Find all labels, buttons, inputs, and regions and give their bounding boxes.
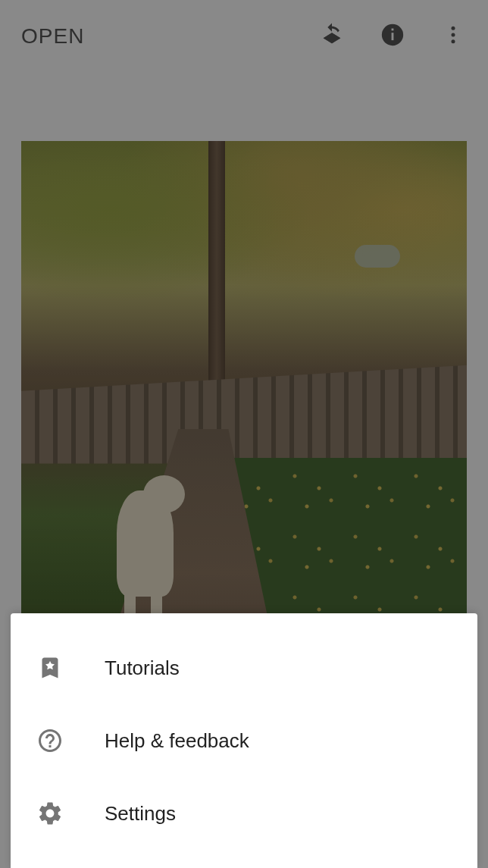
star-bookmark-icon: [35, 653, 65, 683]
menu-item-help-feedback[interactable]: Help & feedback: [11, 704, 477, 777]
svg-rect-6: [49, 745, 52, 747]
menu-label: Tutorials: [105, 656, 180, 680]
gear-icon: [35, 798, 65, 829]
help-icon: [35, 725, 65, 756]
menu-item-tutorials[interactable]: Tutorials: [11, 631, 477, 704]
overflow-menu: Tutorials Help & feedback Settings: [11, 613, 477, 868]
app-container: OPEN: [0, 0, 488, 868]
menu-item-settings[interactable]: Settings: [11, 777, 477, 850]
menu-label: Settings: [105, 802, 176, 826]
menu-label: Help & feedback: [105, 729, 249, 753]
